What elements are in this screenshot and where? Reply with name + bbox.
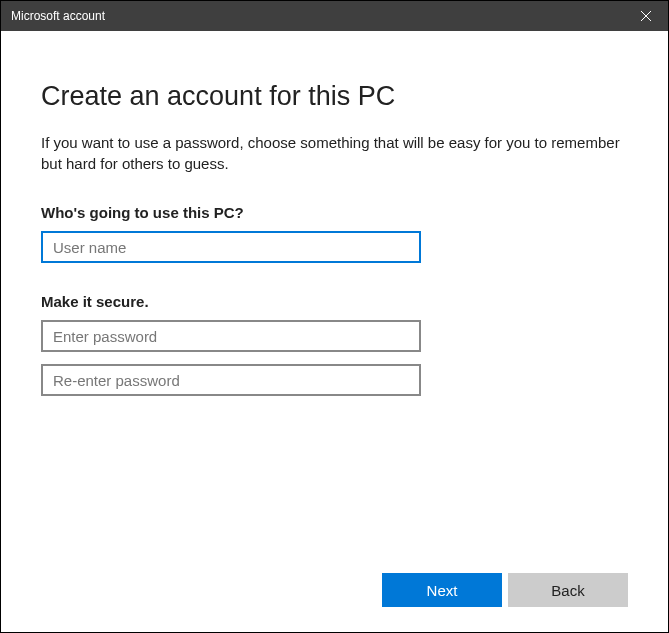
close-button[interactable] bbox=[623, 1, 668, 31]
account-creation-window: Microsoft account Create an account for … bbox=[0, 0, 669, 633]
back-button[interactable]: Back bbox=[508, 573, 628, 607]
username-input[interactable] bbox=[41, 231, 421, 263]
page-description: If you want to use a password, choose so… bbox=[41, 132, 628, 174]
confirm-password-input[interactable] bbox=[41, 364, 421, 396]
username-label: Who's going to use this PC? bbox=[41, 204, 628, 221]
password-input[interactable] bbox=[41, 320, 421, 352]
password-section-label: Make it secure. bbox=[41, 293, 628, 310]
next-button[interactable]: Next bbox=[382, 573, 502, 607]
titlebar: Microsoft account bbox=[1, 1, 668, 31]
content-area: Create an account for this PC If you wan… bbox=[1, 31, 668, 632]
page-heading: Create an account for this PC bbox=[41, 81, 628, 112]
close-icon bbox=[641, 11, 651, 21]
button-row: Next Back bbox=[382, 573, 628, 607]
window-title: Microsoft account bbox=[11, 9, 105, 23]
